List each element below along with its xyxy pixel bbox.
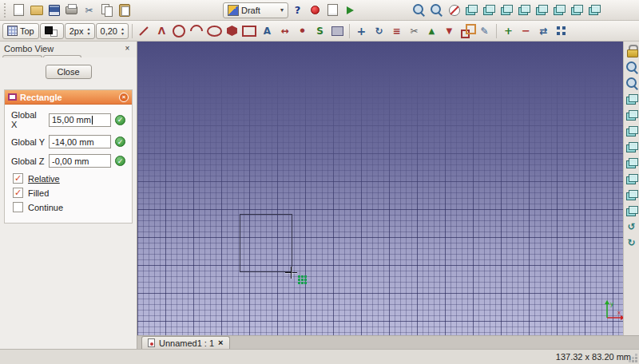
whats-this-icon: ? [295, 5, 301, 15]
paste-button[interactable] [116, 2, 133, 18]
working-plane-icon [7, 26, 18, 36]
global-z-input[interactable]: -0,00 mm [49, 154, 111, 168]
draft-ellipse-button[interactable] [206, 22, 223, 39]
rotate-right-button[interactable]: ↻ [624, 235, 639, 250]
scene-lock-button[interactable] [624, 43, 639, 58]
workbench-selector[interactable]: Draft ▾ [223, 2, 288, 18]
spinner-arrows-icon[interactable]: ▴▾ [121, 26, 124, 36]
draft-add-point-icon: + [504, 26, 513, 36]
view-bottom-button[interactable] [551, 2, 568, 18]
fit-all-button[interactable] [411, 2, 427, 18]
macro-record-button[interactable] [307, 2, 323, 18]
draft-text-button[interactable]: A [259, 22, 276, 39]
print-button[interactable] [63, 2, 80, 18]
rotate-left-button[interactable]: ↺ [624, 219, 639, 234]
draft-toolbar: Top 2px ▴▾ 0,20 ▴▾ ΛA↔●S+↻≡✂▲▼✎+−⇄ [0, 21, 639, 42]
view-fit-button[interactable] [624, 91, 639, 106]
draft-scale-button[interactable] [458, 22, 475, 39]
line-color-button[interactable] [40, 23, 64, 39]
view-rear-side-button[interactable] [624, 171, 639, 186]
draft-move-button[interactable]: + [353, 22, 370, 39]
text-caret [92, 116, 93, 125]
task-close-icon[interactable]: × [119, 93, 129, 102]
draft-edit-button[interactable]: ✎ [476, 22, 493, 39]
tab-close-icon[interactable]: × [218, 338, 223, 347]
macros-dialog-button[interactable] [324, 2, 341, 18]
draw-style-button[interactable] [446, 2, 462, 18]
spinner-arrows-icon[interactable]: ▴▾ [88, 26, 90, 36]
global-y-input[interactable]: -14,00 mm [49, 135, 111, 148]
working-plane-label: Top [20, 26, 34, 36]
draft-add-point-button[interactable]: + [500, 22, 517, 39]
draft-rectangle-button[interactable] [241, 22, 258, 39]
view-right-button[interactable] [516, 2, 533, 18]
view-bottom-side-button[interactable] [624, 187, 639, 202]
view-top-side-button[interactable] [624, 139, 639, 154]
toolbar-drag-handle[interactable] [4, 3, 6, 18]
draft-trimex-button[interactable]: ✂ [406, 22, 423, 39]
draft-shapestring-button[interactable]: S [312, 22, 328, 39]
new-file-button[interactable] [10, 2, 27, 18]
coordinate-fields: Global X15,00 mm✓Global Y-14,00 mm✓Globa… [5, 110, 132, 168]
view-axonometric-button[interactable] [586, 2, 603, 18]
view-left-side-button[interactable] [624, 203, 639, 218]
line-width-select[interactable]: 2px ▴▾ [65, 23, 95, 39]
fit-selection-button[interactable] [428, 2, 445, 18]
line-width-value: 2px [69, 26, 84, 36]
continue-checkbox[interactable] [13, 202, 23, 212]
draft-offset-button[interactable]: ≡ [388, 22, 405, 39]
open-file-button[interactable] [28, 2, 45, 18]
view-isometric-side-button[interactable] [624, 107, 639, 122]
draft-polygon-button[interactable] [224, 22, 240, 39]
filled-checkbox[interactable]: ✓ [13, 188, 23, 198]
draft-point-button[interactable]: ● [294, 22, 311, 39]
draft-facebinder-button[interactable] [329, 22, 346, 39]
whats-this-button[interactable]: ? [289, 2, 306, 18]
global-x-input[interactable]: 15,00 mm [49, 113, 111, 127]
combo-view-titlebar[interactable]: Combo View × [0, 42, 137, 54]
line-color-swatch [45, 26, 53, 34]
view-rear-button[interactable] [534, 2, 550, 18]
close-icon[interactable]: × [122, 43, 133, 53]
view-right-side-button[interactable] [624, 155, 639, 170]
close-task-button[interactable]: Close [46, 65, 92, 79]
scale-value: 0,20 [101, 26, 117, 36]
3d-viewport[interactable]: y x [137, 42, 623, 335]
draft-circle-button[interactable] [171, 22, 188, 39]
document-tab[interactable]: Unnamed1 : 1 × [141, 336, 230, 349]
draft-remove-point-button[interactable]: − [518, 22, 534, 39]
view-top-button[interactable] [498, 2, 515, 18]
copy-button[interactable] [98, 2, 115, 18]
draft-downgrade-button[interactable]: ▼ [441, 22, 458, 39]
cut-button[interactable]: ✂ [81, 2, 97, 18]
draft-rotate-button[interactable]: ↻ [371, 22, 387, 39]
draft-wire-button[interactable]: Λ [153, 22, 170, 39]
draft-to-sketch-button[interactable]: ⇄ [535, 22, 552, 39]
combo-view-panel: Combo View × ModelTasks Close Rectangle … [0, 42, 137, 349]
tasks-page: Close Rectangle × Global X15,00 mm✓Globa… [0, 57, 137, 349]
freecad-window: ✂ Draft ▾ ? Top 2px ▴▾ 0,20 ▴▾ [0, 0, 639, 364]
zoom-in-button[interactable] [624, 59, 639, 74]
draft-dimension-button[interactable]: ↔ [276, 22, 293, 39]
draft-line-button[interactable] [136, 22, 153, 39]
axis-y-label: y [610, 300, 613, 307]
snap-grid-icon [298, 275, 308, 285]
scale-spinbox[interactable]: 0,20 ▴▾ [96, 23, 129, 39]
zoom-out-button[interactable] [624, 75, 639, 90]
relative-checkbox[interactable]: ✓ [13, 173, 23, 184]
resize-grip[interactable] [635, 360, 637, 362]
view-left-button[interactable] [569, 2, 585, 18]
draft-array-button[interactable] [553, 22, 570, 39]
view-front-side-button[interactable] [624, 123, 639, 138]
view-toolbar-group [411, 2, 603, 18]
draft-arc-button[interactable] [189, 22, 205, 39]
execute-macro-button[interactable] [342, 2, 359, 18]
draft-upgrade-button[interactable]: ▲ [423, 22, 440, 39]
working-plane-button[interactable]: Top [2, 23, 39, 39]
task-title: Rectangle [20, 93, 62, 102]
save-button[interactable] [46, 2, 62, 18]
global-z-label: Global Z [11, 156, 45, 166]
crosshair-cursor [285, 267, 297, 279]
view-isometric-button[interactable] [463, 2, 480, 18]
view-front-button[interactable] [481, 2, 498, 18]
